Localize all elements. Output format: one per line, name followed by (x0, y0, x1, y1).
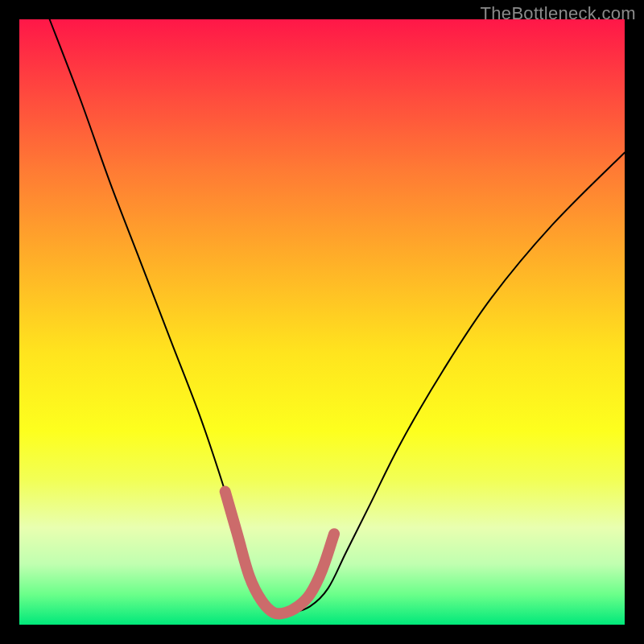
chart-plot-area (19, 19, 625, 625)
chart-svg (19, 19, 625, 625)
watermark-text: TheBottleneck.com (481, 3, 636, 24)
bottleneck-curve-line (50, 19, 625, 613)
trough-highlight-line (225, 492, 334, 614)
